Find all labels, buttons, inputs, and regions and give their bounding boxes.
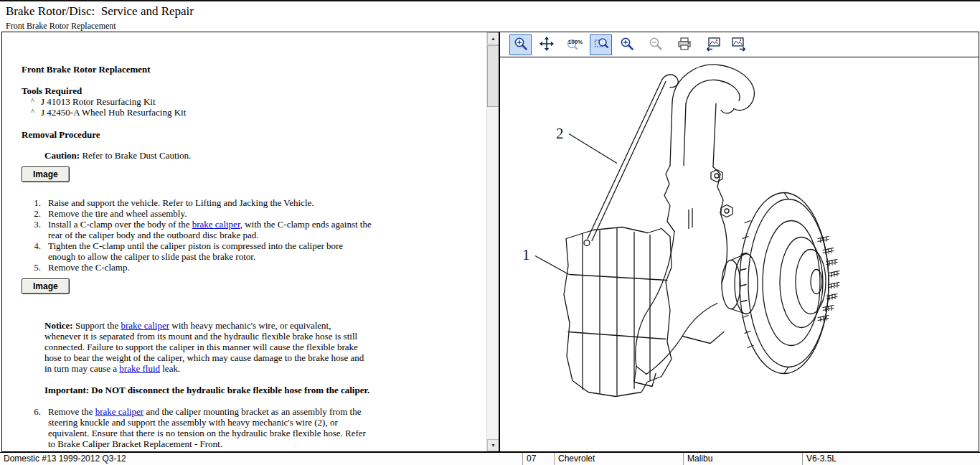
svg-text:100%: 100% [567,39,582,45]
bold-text: Notice: [44,320,73,331]
tool-item: ^J 42450-A Wheel Hub Resurfacing Kit [22,107,479,118]
text-run: Matchmark the position of the brake roto… [48,449,276,451]
step-text: Matchmark the position of the brake roto… [48,449,372,451]
page-subtitle: Front Brake Rotor Replacement [6,21,974,32]
step-text: Raise and support the vehicle. Refer to … [48,197,372,208]
scroll-down-button[interactable]: ▼ [487,439,499,451]
status-dataset: Domestic #13 1999-2012 Q3-12 [0,453,523,465]
procedure-steps-6-7: 6.Remove the brake caliper and the calip… [32,406,479,451]
step-number: 5. [32,262,41,273]
callout-leader-2 [569,134,617,164]
pan-button[interactable] [535,34,557,55]
procedure-step: 1.Raise and support the vehicle. Refer t… [32,197,479,208]
step-text: Remove the C-clamp. [48,262,372,273]
zoom-out-icon [648,36,664,54]
previous-image-icon [705,36,722,54]
step-text: Remove the brake caliper and the caliper… [48,406,372,449]
text-run: Raise and support the vehicle. Refer to … [48,197,314,208]
callout-label-2: 2 [556,125,564,142]
step-number: 7. [32,449,41,451]
step-number: 6. [32,406,41,449]
step-text: Install a C-clamp over the body of the b… [48,219,372,240]
image-button-row: Image [22,166,479,182]
inline-link[interactable]: brake fluid [119,363,160,374]
step-number: 3. [32,219,41,240]
main-area: Front Brake Rotor Replacement Tools Requ… [0,32,980,452]
document-header: Brake Rotor/Disc: Service and Repair Fro… [0,1,980,32]
section-heading: Front Brake Rotor Replacement [22,64,479,75]
zoom-region-button[interactable] [590,34,612,55]
procedure-step: 7.Matchmark the position of the brake ro… [32,449,479,451]
vertical-scrollbar[interactable]: ▲ ▼ [486,32,499,451]
status-engine: V6-3.5L [803,453,980,465]
scroll-up-button[interactable]: ▲ [487,32,499,44]
caret-bullet-icon: ^ [31,95,41,106]
zoom-region-icon [593,36,609,54]
text-run: Remove the tire and wheel assembly. [48,208,187,219]
callout-leader-1 [535,256,569,275]
figure-canvas[interactable]: 2 1 [500,57,979,451]
zoom-out-button[interactable] [644,34,666,55]
page-title: Brake Rotor/Disc: Service and Repair [6,4,974,19]
document-pane: Front Brake Rotor Replacement Tools Requ… [1,32,499,452]
zoom-in-button[interactable] [616,34,638,55]
scroll-thumb[interactable] [487,45,499,107]
step-text: Tighten the C-clamp until the caliper pi… [48,240,372,262]
procedure-step: 3.Install a C-clamp over the body of the… [32,219,479,240]
arrow-up-icon: ▲ [491,36,496,41]
image-viewer-pane: 100% [499,32,979,452]
text-run: Tighten the C-clamp until the caliper pi… [48,240,343,262]
text-run: Install a C-clamp over the body of the [48,219,192,230]
image-button[interactable]: Image [22,278,70,294]
procedure-step: 6.Remove the brake caliper and the calip… [32,406,479,449]
callout-label-1: 1 [522,246,530,263]
inline-link[interactable]: brake caliper [95,406,143,417]
step-number: 2. [32,208,41,219]
caret-bullet-icon: ^ [31,106,41,117]
zoom-mode-icon [513,36,529,54]
pan-icon [539,36,555,54]
text-run: Remove the [48,406,95,417]
tool-item-label: J 42450-A Wheel Hub Resurfacing Kit [41,107,186,118]
tool-item: ^J 41013 Rotor Resurfacing Kit [22,96,479,107]
status-year: 07 [523,453,555,465]
next-image-icon [730,36,748,54]
step-number: 4. [32,240,41,262]
app-window: Brake Rotor/Disc: Service and Repair Fro… [0,0,980,465]
procedure-steps-1-5: 1.Raise and support the vehicle. Refer t… [32,197,479,273]
notice-text: Notice: Support the brake caliper with h… [44,320,369,374]
next-image-button[interactable] [727,34,750,55]
bold-text: Important: Do NOT disconnect the hydraul… [44,385,369,395]
status-bar: Domestic #13 1999-2012 Q3-12 07 Chevrole… [0,452,980,465]
removal-heading: Removal Procedure [22,129,479,140]
zoom-mode-button[interactable] [509,34,532,55]
zoom-100-icon: 100% [566,36,585,54]
tool-item-label: J 41013 Rotor Resurfacing Kit [41,96,156,107]
viewer-toolbar: 100% [500,32,979,57]
text-run: Support the [73,320,121,331]
arrow-down-icon: ▼ [491,443,496,448]
image-button[interactable]: Image [22,166,70,182]
tools-list: ^J 41013 Rotor Resurfacing Kit^J 42450-A… [22,96,479,118]
zoom-in-icon [619,36,635,54]
text-run: leak. [160,363,180,374]
zoom-100-button[interactable]: 100% [564,34,586,55]
print-button[interactable] [673,34,695,55]
print-icon [677,36,692,54]
caution-text: Caution: Refer to Brake Dust Caution. [44,150,479,161]
inline-link[interactable]: brake caliper [121,320,169,331]
procedure-step: 2.Remove the tire and wheel assembly. [32,208,479,219]
step-text: Remove the tire and wheel assembly. [48,208,372,219]
status-model: Malibu [684,453,803,465]
image-button-row: Image [22,278,479,294]
important-text: Important: Do NOT disconnect the hydraul… [44,385,479,395]
step-number: 1. [32,197,41,208]
bold-text: Caution: [44,150,80,161]
text-run: Refer to Brake Dust Caution. [80,150,191,161]
status-make: Chevrolet [555,453,684,465]
inline-link[interactable]: brake caliper [192,219,240,230]
procedure-step: 4.Tighten the C-clamp until the caliper … [32,240,479,262]
tools-heading: Tools Required [22,85,479,96]
text-run: Remove the C-clamp. [48,262,130,273]
previous-image-button[interactable] [702,34,724,55]
